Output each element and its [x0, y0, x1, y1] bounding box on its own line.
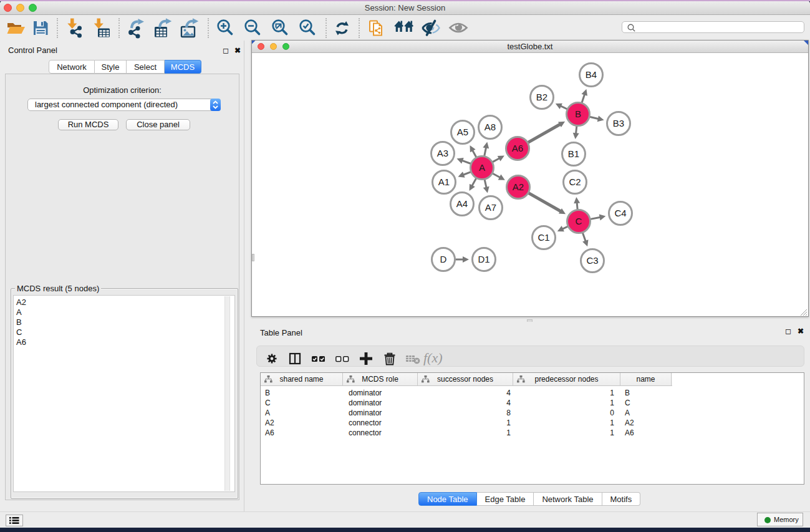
svg-text:B: B	[575, 109, 581, 119]
svg-text:A2: A2	[513, 181, 524, 192]
svg-text:A7: A7	[485, 202, 496, 213]
svg-text:B1: B1	[568, 148, 579, 159]
svg-text:A1: A1	[438, 177, 450, 187]
svg-text:B3: B3	[613, 118, 624, 128]
svg-text:C3: C3	[586, 255, 598, 266]
svg-text:C1: C1	[538, 232, 549, 243]
svg-text:A: A	[479, 162, 485, 173]
svg-text:A8: A8	[485, 122, 496, 132]
svg-text:C: C	[576, 216, 582, 226]
svg-text:B2: B2	[536, 92, 547, 102]
svg-text:D: D	[440, 254, 447, 264]
svg-text:B4: B4	[586, 69, 597, 80]
svg-text:A5: A5	[457, 127, 468, 137]
svg-text:C2: C2	[569, 177, 581, 187]
svg-text:A6: A6	[512, 143, 523, 153]
svg-text:A3: A3	[437, 148, 448, 158]
svg-text:A4: A4	[456, 198, 468, 209]
svg-text:D1: D1	[478, 254, 489, 264]
svg-text:C4: C4	[614, 208, 626, 218]
